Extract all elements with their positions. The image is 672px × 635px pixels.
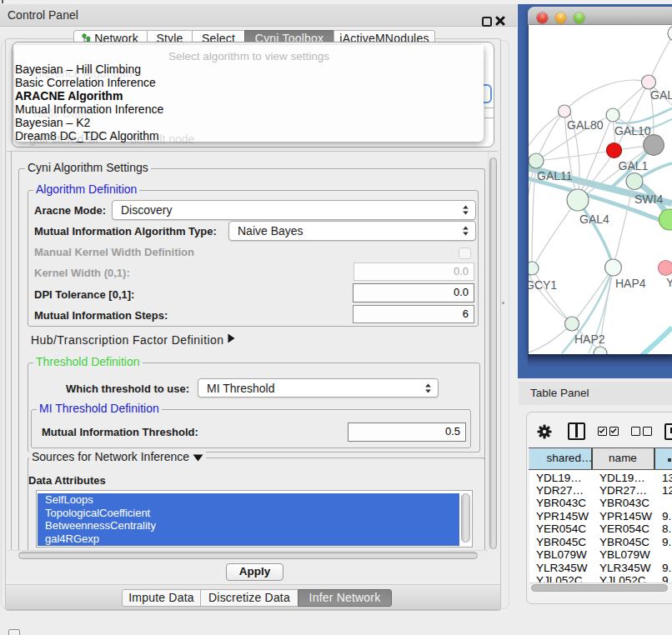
svg-text:GAL7: GAL7: [650, 88, 672, 102]
svg-text:GAL11: GAL11: [537, 169, 573, 182]
svg-text:Y: Y: [666, 276, 672, 289]
svg-text:GAL80: GAL80: [567, 118, 604, 132]
svg-text:HAP2: HAP2: [574, 332, 605, 346]
svg-text:HAP4: HAP4: [615, 277, 646, 290]
svg-text:GAL1: GAL1: [619, 159, 649, 172]
svg-text:GAL10: GAL10: [614, 124, 651, 138]
svg-text:GCY1: GCY1: [529, 278, 557, 292]
svg-text:GAL4: GAL4: [579, 212, 609, 226]
svg-text:SWI4: SWI4: [634, 192, 663, 206]
